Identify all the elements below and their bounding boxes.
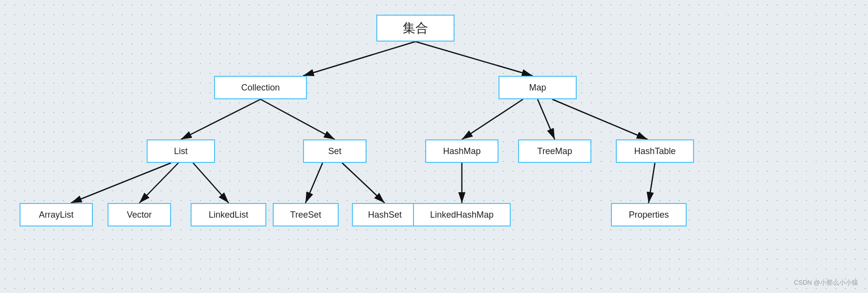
- svg-line-10: [305, 163, 323, 203]
- svg-line-6: [552, 99, 648, 139]
- svg-line-1: [415, 42, 533, 76]
- svg-line-4: [462, 99, 523, 139]
- node-arraylist: ArrayList: [20, 203, 93, 226]
- svg-line-9: [193, 163, 229, 203]
- node-hashset: HashSet: [352, 203, 418, 226]
- node-linkedlist: LinkedList: [191, 203, 266, 226]
- node-treeset: TreeSet: [273, 203, 339, 226]
- node-hashtable: HashTable: [616, 139, 694, 163]
- node-properties: Properties: [611, 203, 687, 226]
- watermark: CSDN @小那么小小猿: [794, 278, 858, 287]
- svg-line-0: [303, 42, 415, 76]
- svg-line-3: [260, 99, 335, 139]
- node-list: List: [147, 139, 215, 163]
- node-treemap: TreeMap: [518, 139, 591, 163]
- svg-line-5: [538, 99, 555, 139]
- node-vector: Vector: [108, 203, 171, 226]
- svg-line-13: [649, 163, 655, 203]
- node-map: Map: [499, 76, 577, 99]
- svg-line-8: [139, 163, 178, 203]
- node-hashmap: HashMap: [425, 139, 499, 163]
- svg-line-7: [71, 163, 171, 203]
- node-root: 集合: [376, 15, 455, 42]
- node-set: Set: [303, 139, 367, 163]
- node-linkedhashmap: LinkedHashMap: [413, 203, 511, 226]
- svg-line-2: [181, 99, 260, 139]
- svg-line-11: [342, 163, 385, 203]
- node-collection: Collection: [214, 76, 307, 99]
